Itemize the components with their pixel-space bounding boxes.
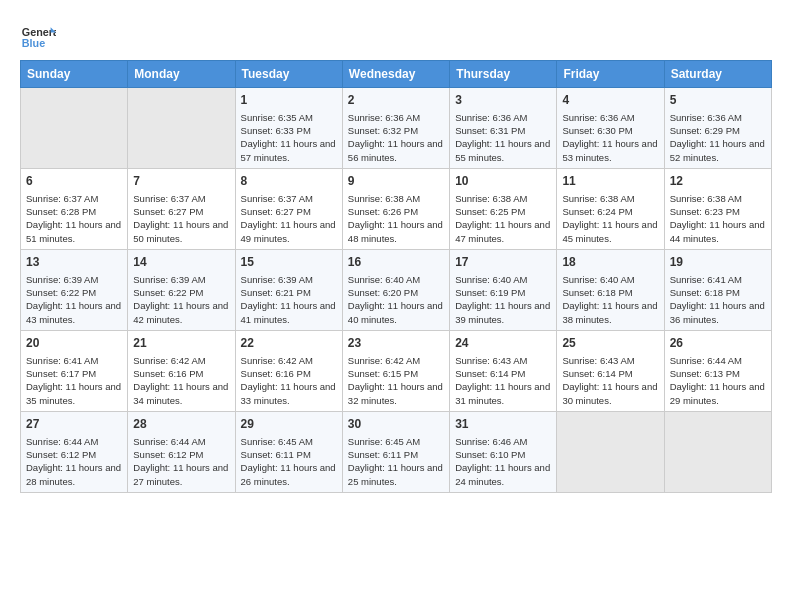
calendar-cell: 24Sunrise: 6:43 AMSunset: 6:14 PMDayligh… bbox=[450, 330, 557, 411]
day-info: Sunrise: 6:37 AMSunset: 6:27 PMDaylight:… bbox=[241, 192, 337, 245]
calendar-row: 20Sunrise: 6:41 AMSunset: 6:17 PMDayligh… bbox=[21, 330, 772, 411]
calendar-cell: 26Sunrise: 6:44 AMSunset: 6:13 PMDayligh… bbox=[664, 330, 771, 411]
day-number: 8 bbox=[241, 173, 337, 190]
svg-text:Blue: Blue bbox=[22, 37, 45, 49]
calendar-cell: 28Sunrise: 6:44 AMSunset: 6:12 PMDayligh… bbox=[128, 411, 235, 492]
calendar-cell: 4Sunrise: 6:36 AMSunset: 6:30 PMDaylight… bbox=[557, 88, 664, 169]
day-info: Sunrise: 6:38 AMSunset: 6:26 PMDaylight:… bbox=[348, 192, 444, 245]
day-info: Sunrise: 6:39 AMSunset: 6:22 PMDaylight:… bbox=[26, 273, 122, 326]
calendar-cell: 31Sunrise: 6:46 AMSunset: 6:10 PMDayligh… bbox=[450, 411, 557, 492]
weekday-header-row: SundayMondayTuesdayWednesdayThursdayFrid… bbox=[21, 61, 772, 88]
day-info: Sunrise: 6:40 AMSunset: 6:20 PMDaylight:… bbox=[348, 273, 444, 326]
calendar-cell: 5Sunrise: 6:36 AMSunset: 6:29 PMDaylight… bbox=[664, 88, 771, 169]
day-number: 20 bbox=[26, 335, 122, 352]
day-info: Sunrise: 6:40 AMSunset: 6:18 PMDaylight:… bbox=[562, 273, 658, 326]
calendar-cell bbox=[664, 411, 771, 492]
day-info: Sunrise: 6:38 AMSunset: 6:24 PMDaylight:… bbox=[562, 192, 658, 245]
calendar-cell: 22Sunrise: 6:42 AMSunset: 6:16 PMDayligh… bbox=[235, 330, 342, 411]
day-number: 7 bbox=[133, 173, 229, 190]
calendar-row: 27Sunrise: 6:44 AMSunset: 6:12 PMDayligh… bbox=[21, 411, 772, 492]
page-header: General Blue bbox=[20, 20, 772, 56]
day-number: 30 bbox=[348, 416, 444, 433]
day-number: 11 bbox=[562, 173, 658, 190]
logo-icon: General Blue bbox=[20, 20, 56, 56]
calendar-cell: 2Sunrise: 6:36 AMSunset: 6:32 PMDaylight… bbox=[342, 88, 449, 169]
calendar-cell: 18Sunrise: 6:40 AMSunset: 6:18 PMDayligh… bbox=[557, 249, 664, 330]
day-info: Sunrise: 6:42 AMSunset: 6:16 PMDaylight:… bbox=[133, 354, 229, 407]
calendar-cell bbox=[557, 411, 664, 492]
day-info: Sunrise: 6:36 AMSunset: 6:32 PMDaylight:… bbox=[348, 111, 444, 164]
calendar-cell: 15Sunrise: 6:39 AMSunset: 6:21 PMDayligh… bbox=[235, 249, 342, 330]
day-number: 16 bbox=[348, 254, 444, 271]
day-info: Sunrise: 6:36 AMSunset: 6:29 PMDaylight:… bbox=[670, 111, 766, 164]
day-number: 19 bbox=[670, 254, 766, 271]
day-number: 28 bbox=[133, 416, 229, 433]
calendar-cell: 10Sunrise: 6:38 AMSunset: 6:25 PMDayligh… bbox=[450, 168, 557, 249]
calendar-cell: 20Sunrise: 6:41 AMSunset: 6:17 PMDayligh… bbox=[21, 330, 128, 411]
calendar-cell: 14Sunrise: 6:39 AMSunset: 6:22 PMDayligh… bbox=[128, 249, 235, 330]
day-info: Sunrise: 6:36 AMSunset: 6:31 PMDaylight:… bbox=[455, 111, 551, 164]
day-number: 14 bbox=[133, 254, 229, 271]
day-number: 27 bbox=[26, 416, 122, 433]
calendar-row: 1Sunrise: 6:35 AMSunset: 6:33 PMDaylight… bbox=[21, 88, 772, 169]
day-number: 13 bbox=[26, 254, 122, 271]
day-info: Sunrise: 6:44 AMSunset: 6:12 PMDaylight:… bbox=[26, 435, 122, 488]
day-number: 25 bbox=[562, 335, 658, 352]
day-number: 18 bbox=[562, 254, 658, 271]
calendar-cell: 12Sunrise: 6:38 AMSunset: 6:23 PMDayligh… bbox=[664, 168, 771, 249]
day-number: 24 bbox=[455, 335, 551, 352]
weekday-header-cell: Saturday bbox=[664, 61, 771, 88]
day-info: Sunrise: 6:42 AMSunset: 6:15 PMDaylight:… bbox=[348, 354, 444, 407]
day-number: 26 bbox=[670, 335, 766, 352]
calendar-cell: 13Sunrise: 6:39 AMSunset: 6:22 PMDayligh… bbox=[21, 249, 128, 330]
day-number: 3 bbox=[455, 92, 551, 109]
day-number: 5 bbox=[670, 92, 766, 109]
calendar-cell: 23Sunrise: 6:42 AMSunset: 6:15 PMDayligh… bbox=[342, 330, 449, 411]
day-number: 31 bbox=[455, 416, 551, 433]
calendar-cell bbox=[21, 88, 128, 169]
day-number: 12 bbox=[670, 173, 766, 190]
day-info: Sunrise: 6:44 AMSunset: 6:13 PMDaylight:… bbox=[670, 354, 766, 407]
day-info: Sunrise: 6:45 AMSunset: 6:11 PMDaylight:… bbox=[241, 435, 337, 488]
weekday-header-cell: Monday bbox=[128, 61, 235, 88]
calendar-cell: 11Sunrise: 6:38 AMSunset: 6:24 PMDayligh… bbox=[557, 168, 664, 249]
day-info: Sunrise: 6:41 AMSunset: 6:17 PMDaylight:… bbox=[26, 354, 122, 407]
day-info: Sunrise: 6:37 AMSunset: 6:27 PMDaylight:… bbox=[133, 192, 229, 245]
weekday-header-cell: Tuesday bbox=[235, 61, 342, 88]
calendar-cell: 21Sunrise: 6:42 AMSunset: 6:16 PMDayligh… bbox=[128, 330, 235, 411]
calendar-cell bbox=[128, 88, 235, 169]
calendar-cell: 25Sunrise: 6:43 AMSunset: 6:14 PMDayligh… bbox=[557, 330, 664, 411]
calendar-cell: 7Sunrise: 6:37 AMSunset: 6:27 PMDaylight… bbox=[128, 168, 235, 249]
day-number: 9 bbox=[348, 173, 444, 190]
day-info: Sunrise: 6:46 AMSunset: 6:10 PMDaylight:… bbox=[455, 435, 551, 488]
day-info: Sunrise: 6:45 AMSunset: 6:11 PMDaylight:… bbox=[348, 435, 444, 488]
day-info: Sunrise: 6:43 AMSunset: 6:14 PMDaylight:… bbox=[562, 354, 658, 407]
day-number: 10 bbox=[455, 173, 551, 190]
day-info: Sunrise: 6:41 AMSunset: 6:18 PMDaylight:… bbox=[670, 273, 766, 326]
day-number: 6 bbox=[26, 173, 122, 190]
calendar-cell: 27Sunrise: 6:44 AMSunset: 6:12 PMDayligh… bbox=[21, 411, 128, 492]
day-number: 21 bbox=[133, 335, 229, 352]
calendar-row: 13Sunrise: 6:39 AMSunset: 6:22 PMDayligh… bbox=[21, 249, 772, 330]
calendar-cell: 19Sunrise: 6:41 AMSunset: 6:18 PMDayligh… bbox=[664, 249, 771, 330]
day-number: 22 bbox=[241, 335, 337, 352]
logo: General Blue bbox=[20, 20, 56, 56]
calendar-cell: 9Sunrise: 6:38 AMSunset: 6:26 PMDaylight… bbox=[342, 168, 449, 249]
day-info: Sunrise: 6:42 AMSunset: 6:16 PMDaylight:… bbox=[241, 354, 337, 407]
calendar-cell: 1Sunrise: 6:35 AMSunset: 6:33 PMDaylight… bbox=[235, 88, 342, 169]
day-number: 2 bbox=[348, 92, 444, 109]
day-number: 1 bbox=[241, 92, 337, 109]
weekday-header-cell: Sunday bbox=[21, 61, 128, 88]
day-info: Sunrise: 6:35 AMSunset: 6:33 PMDaylight:… bbox=[241, 111, 337, 164]
day-number: 15 bbox=[241, 254, 337, 271]
day-number: 4 bbox=[562, 92, 658, 109]
day-number: 23 bbox=[348, 335, 444, 352]
day-info: Sunrise: 6:39 AMSunset: 6:22 PMDaylight:… bbox=[133, 273, 229, 326]
day-number: 29 bbox=[241, 416, 337, 433]
calendar-body: 1Sunrise: 6:35 AMSunset: 6:33 PMDaylight… bbox=[21, 88, 772, 493]
weekday-header-cell: Thursday bbox=[450, 61, 557, 88]
calendar-cell: 6Sunrise: 6:37 AMSunset: 6:28 PMDaylight… bbox=[21, 168, 128, 249]
day-number: 17 bbox=[455, 254, 551, 271]
weekday-header-cell: Friday bbox=[557, 61, 664, 88]
calendar-row: 6Sunrise: 6:37 AMSunset: 6:28 PMDaylight… bbox=[21, 168, 772, 249]
